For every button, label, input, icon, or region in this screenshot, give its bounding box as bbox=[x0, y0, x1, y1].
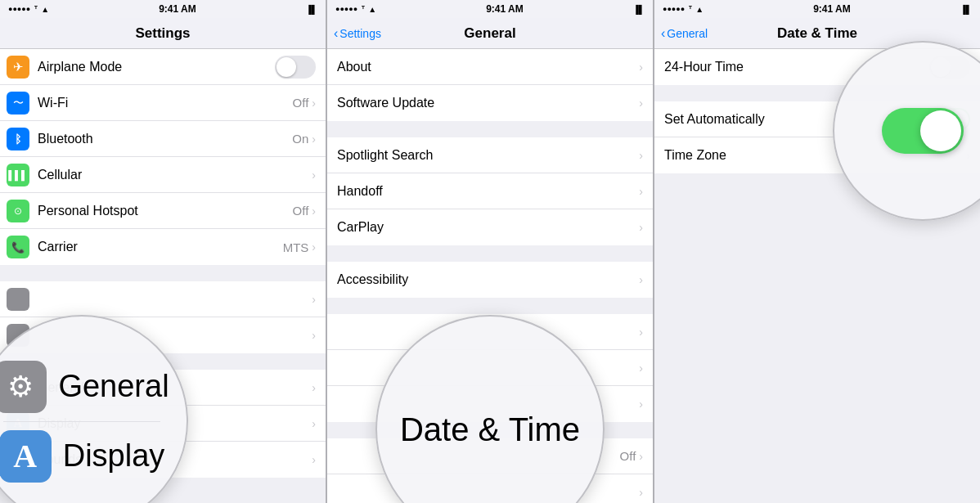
hotspot-label: Personal Hotspot bbox=[38, 204, 293, 218]
signal-2: ●●●●● ᵀ ▲ bbox=[335, 5, 376, 14]
status-bar-2: ●●●●● ᵀ ▲ 9:41 AM ▐▌ bbox=[327, 0, 653, 18]
last1-value: Off bbox=[620, 449, 636, 463]
row-bluetooth[interactable]: ᛒ Bluetooth On › bbox=[0, 121, 326, 157]
circle-gear-icon: ⚙ bbox=[7, 370, 34, 404]
row-spotlight[interactable]: Spotlight Search › bbox=[327, 137, 653, 173]
hotspot-icon: ⊙ bbox=[14, 205, 22, 217]
wifi-value: Off bbox=[293, 96, 309, 110]
last1-chevron: › bbox=[639, 450, 643, 463]
carrier-icon-bg: 📞 bbox=[7, 236, 29, 258]
carrier-chevron: › bbox=[312, 240, 316, 254]
section-accessibility: Accessibility › bbox=[327, 262, 653, 298]
row-handoff[interactable]: Handoff › bbox=[327, 173, 653, 209]
airplane-toggle[interactable] bbox=[275, 56, 316, 79]
time-1: 9:41 AM bbox=[159, 3, 196, 15]
circle-gear-icon-bg: ⚙ bbox=[0, 361, 47, 413]
airplane-icon: ✈ bbox=[13, 60, 24, 74]
gap-2b bbox=[327, 245, 653, 262]
gap-2c bbox=[327, 298, 653, 314]
about-label: About bbox=[337, 60, 639, 74]
software-update-chevron: › bbox=[639, 97, 643, 110]
general-panel: ●●●●● ᵀ ▲ 9:41 AM ▐▌ ‹ Settings General … bbox=[326, 0, 654, 503]
bluetooth-value: On bbox=[292, 132, 308, 146]
row-wifi[interactable]: 〜 Wi-Fi Off › bbox=[0, 85, 326, 121]
nav-back-2[interactable]: ‹ Settings bbox=[334, 26, 381, 41]
accessibility-label: Accessibility bbox=[337, 272, 639, 287]
circle-content-3 bbox=[882, 108, 964, 154]
row-carplay[interactable]: CarPlay › bbox=[327, 209, 653, 245]
time-2: 9:41 AM bbox=[486, 3, 524, 15]
about-chevron: › bbox=[639, 61, 643, 74]
carrier-icon: 📞 bbox=[11, 241, 25, 254]
circle-content-2: Date & Time bbox=[400, 410, 580, 449]
general-chevron: › bbox=[312, 381, 316, 394]
bluetooth-icon-bg: ᛒ bbox=[7, 128, 29, 150]
handoff-chevron: › bbox=[639, 185, 643, 198]
circle-display-icon-bg: A bbox=[0, 430, 52, 483]
wifi-icon: 〜 bbox=[13, 96, 24, 110]
section-gap-1 bbox=[0, 265, 326, 281]
wifi-icon-bg: 〜 bbox=[7, 92, 29, 115]
spotlight-chevron: › bbox=[639, 149, 643, 162]
display-chevron: › bbox=[312, 417, 316, 430]
row-accessibility[interactable]: Accessibility › bbox=[327, 262, 653, 298]
battery-3: ▐▌ bbox=[960, 5, 972, 14]
circle-row-general: ⚙ General bbox=[0, 361, 169, 413]
large-toggle-knob bbox=[920, 110, 961, 151]
software-update-label: Software Update bbox=[337, 96, 639, 110]
bluetooth-label: Bluetooth bbox=[38, 132, 292, 146]
carplay-chevron: › bbox=[639, 221, 643, 234]
wifi-2: ▲ bbox=[368, 5, 376, 14]
datetime-panel: ●●●●● ᵀ ▲ 9:41 AM ▐▌ ‹ General Date & Ti… bbox=[654, 0, 980, 503]
signal-3: ●●●●● ᵀ ▲ bbox=[663, 5, 704, 14]
misc2-chevron: › bbox=[639, 362, 643, 375]
wifi-icon-1: ▲ bbox=[41, 5, 49, 14]
carrier-value: MTS bbox=[283, 240, 309, 254]
generic1-icon bbox=[7, 288, 29, 311]
nav-title-3: Date & Time bbox=[777, 25, 857, 42]
circle-content-1: ⚙ General A Display bbox=[0, 361, 169, 483]
wifi-label: Wi-Fi bbox=[38, 96, 293, 110]
cellular-label: Cellular bbox=[38, 168, 312, 182]
row-hotspot[interactable]: ⊙ Personal Hotspot Off › bbox=[0, 193, 326, 229]
row-airplane-mode[interactable]: ✈ Airplane Mode bbox=[0, 49, 326, 85]
back-chevron-2: ‹ bbox=[334, 26, 338, 41]
hotspot-chevron: › bbox=[312, 204, 316, 218]
status-bar-3: ●●●●● ᵀ ▲ 9:41 AM ▐▌ bbox=[654, 0, 980, 18]
row-carrier[interactable]: 📞 Carrier MTS › bbox=[0, 229, 326, 265]
nav-title-2: General bbox=[464, 25, 515, 42]
circle-general-label: General bbox=[58, 369, 169, 404]
signal-wifi-1: ●●●●● ᵀ ▲ bbox=[8, 5, 49, 14]
row-generic-1[interactable]: › bbox=[0, 281, 326, 317]
row-cellular[interactable]: ▌▌▌ Cellular › bbox=[0, 157, 326, 193]
bluetooth-icon: ᛒ bbox=[15, 132, 21, 146]
dots-3: ●●●●● bbox=[663, 5, 685, 13]
spotlight-label: Spotlight Search bbox=[337, 148, 639, 163]
airplane-icon-bg: ✈ bbox=[7, 56, 29, 79]
nav-bar-2: ‹ Settings General bbox=[327, 18, 653, 49]
section-about: About › Software Update › bbox=[327, 49, 653, 121]
wifi-3: ▲ bbox=[695, 5, 704, 14]
status-bar-1: ●●●●● ᵀ ▲ 9:41 AM ▐▌ bbox=[0, 0, 326, 18]
misc3-chevron: › bbox=[639, 397, 643, 411]
row-software-update[interactable]: Software Update › bbox=[327, 85, 653, 121]
accessibility-chevron: › bbox=[639, 273, 643, 286]
settings-panel: ●●●●● ᵀ ▲ 9:41 AM ▐▌ Settings ✈ Airplane… bbox=[0, 0, 326, 503]
back-chevron-3: ‹ bbox=[661, 26, 665, 41]
battery-area-1: ▐▌ bbox=[306, 5, 317, 14]
row-about[interactable]: About › bbox=[327, 49, 653, 85]
last2-chevron: › bbox=[639, 486, 643, 499]
wifi-chevron: › bbox=[312, 97, 316, 110]
airplane-label: Airplane Mode bbox=[38, 60, 275, 74]
section-search: Spotlight Search › Handoff › CarPlay › bbox=[327, 137, 653, 245]
t-3: ᵀ bbox=[689, 5, 691, 13]
circle-display-icon: A bbox=[13, 437, 37, 475]
cellular-icon-bg: ▌▌▌ bbox=[7, 164, 29, 186]
airplane-toggle-knob bbox=[276, 57, 296, 77]
battery-icon-2: ▐▌ bbox=[633, 5, 645, 14]
circle-divider bbox=[3, 421, 160, 422]
nav-back-3[interactable]: ‹ General bbox=[661, 26, 708, 41]
battery-icon-1: ▐▌ bbox=[306, 5, 317, 14]
large-toggle[interactable] bbox=[882, 108, 964, 154]
dots-2: ●●●●● bbox=[335, 5, 357, 13]
